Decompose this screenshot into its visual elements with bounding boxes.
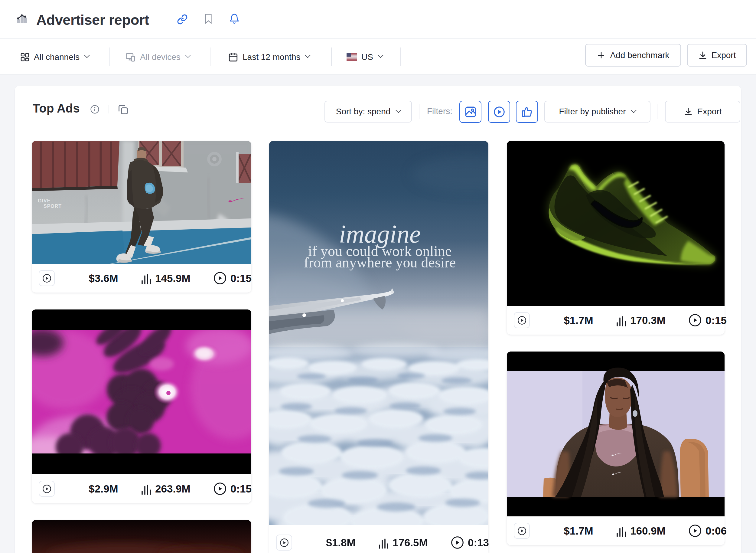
svg-text:from anywhere you desire: from anywhere you desire (304, 254, 456, 270)
